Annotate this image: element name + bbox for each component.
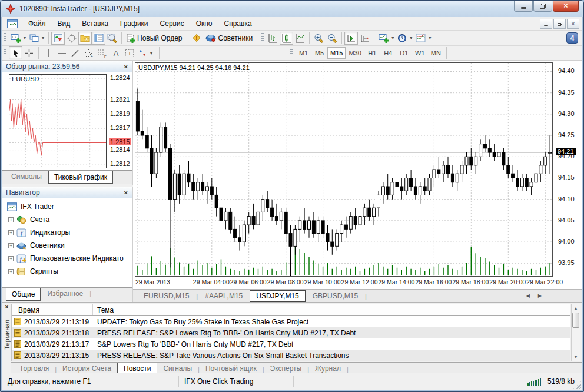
arrow-objects-button[interactable]: ▾: [136, 46, 154, 59]
expand-icon[interactable]: +: [8, 217, 14, 222]
expand-icon[interactable]: +: [8, 269, 14, 274]
toolbar-grip[interactable]: [4, 33, 6, 44]
tab-favorites[interactable]: Избранное: [42, 288, 88, 299]
candlestick-chart-button[interactable]: [280, 32, 293, 45]
navigator-toggle-button[interactable]: [78, 32, 92, 45]
zoom-out-button[interactable]: [326, 32, 339, 45]
new-chart-button[interactable]: ▾: [9, 32, 28, 45]
text-tool-button[interactable]: A: [109, 46, 122, 59]
line-chart-button[interactable]: [293, 32, 307, 45]
new-order-button[interactable]: Новый Ордер: [124, 32, 184, 45]
expand-icon[interactable]: +: [8, 243, 14, 248]
timeframe-h4-button[interactable]: H4: [380, 47, 396, 59]
text-label-tool-button[interactable]: T: [122, 46, 136, 59]
strategy-tester-button[interactable]: [105, 32, 119, 45]
tick-chart-plot[interactable]: EURUSD: [9, 74, 107, 168]
crosshair-window-button[interactable]: [65, 32, 78, 45]
child-restore-button[interactable]: [553, 19, 566, 29]
close-icon[interactable]: ×: [123, 189, 129, 196]
price-axis[interactable]: 94.4094.3594.3094.2594.2094.1594.1094.05…: [555, 62, 582, 277]
notifications-button[interactable]: 4: [566, 32, 578, 44]
main-chart-plot[interactable]: [135, 62, 553, 277]
zoom-in-button[interactable]: [312, 32, 326, 45]
tab-trade[interactable]: Торговля: [15, 363, 54, 373]
auto-scroll-button[interactable]: [344, 32, 358, 45]
scroll-down-icon[interactable]: ▼: [574, 355, 578, 361]
minimize-button[interactable]: [514, 1, 533, 12]
column-topic[interactable]: Тема: [93, 306, 114, 314]
templates-button[interactable]: ▾: [414, 32, 433, 45]
news-row[interactable]: 2013/03/29 21:13:18 PRESS RELEASE: S&P L…: [12, 327, 570, 338]
tree-item-custom-indicators[interactable]: + f Пользовательские Индикато: [2, 252, 132, 265]
periods-button[interactable]: ▾: [396, 32, 414, 45]
tab-tick-chart[interactable]: Тиковый график: [48, 171, 113, 184]
timeframe-w1-button[interactable]: W1: [412, 47, 428, 59]
scrollbar-thumb[interactable]: [572, 313, 579, 328]
timeframe-m5-button[interactable]: M5: [311, 47, 327, 59]
tab-common[interactable]: Общие: [6, 288, 41, 301]
menu-tools[interactable]: Сервис: [154, 18, 190, 29]
timeframe-mn-button[interactable]: MN: [428, 47, 444, 59]
child-close-button[interactable]: ×: [567, 19, 579, 29]
restore-button[interactable]: [533, 1, 552, 12]
crosshair-tool-button[interactable]: [22, 46, 36, 59]
time-axis[interactable]: 29 Mar 201329 Mar 04:0029 Mar 06:0029 Ma…: [135, 278, 553, 287]
tab-signals[interactable]: Сигналы: [158, 363, 197, 373]
fibonacci-tool-button[interactable]: F: [95, 46, 109, 59]
news-row[interactable]: 2013/03/29 21:13:19 UPDATE: Tokyo Gas To…: [12, 316, 570, 327]
tab-journal[interactable]: Журнал: [310, 363, 346, 373]
menu-help[interactable]: Справка: [218, 18, 258, 29]
expert-advisors-button[interactable]: Советники: [204, 32, 255, 45]
tab-scroll-left-icon[interactable]: ◀: [526, 293, 530, 298]
menu-view[interactable]: Вид: [52, 18, 77, 29]
tick-chart[interactable]: EURUSD 1.28241.28211.28191.28171.28151.2…: [2, 72, 132, 170]
timeframe-d1-button[interactable]: D1: [396, 47, 412, 59]
one-click-trading-toggle[interactable]: IFX One Click Trading: [184, 377, 253, 386]
timeframe-h1-button[interactable]: H1: [364, 47, 380, 59]
candlestick-canvas[interactable]: [135, 63, 552, 276]
terminal-toggle-button[interactable]: [92, 32, 105, 45]
chart-tab-eurusd[interactable]: EURUSD,M15: [138, 291, 195, 301]
expand-icon[interactable]: +: [8, 230, 14, 235]
market-watch-toggle-button[interactable]: [51, 32, 65, 45]
toolbar-grip[interactable]: [4, 48, 6, 58]
cursor-tool-button[interactable]: [9, 46, 22, 59]
tree-item-accounts[interactable]: + Счета: [2, 213, 132, 226]
tab-mailbox[interactable]: Почтовый ящик: [201, 363, 261, 373]
timeframe-m1-button[interactable]: M1: [296, 47, 311, 59]
menu-file[interactable]: Файл: [22, 18, 52, 29]
news-row[interactable]: 2013/03/29 21:13:17 S&P Lowers Rtg To 'B…: [12, 338, 570, 350]
chart-tab-aapl[interactable]: #AAPL,M15: [199, 291, 248, 301]
news-scrollbar[interactable]: ▲ ▼: [571, 304, 580, 361]
child-minimize-button[interactable]: [540, 19, 552, 29]
equidistant-channel-tool-button[interactable]: E: [82, 46, 95, 59]
tab-account-history[interactable]: История Счета: [58, 363, 116, 373]
menu-window[interactable]: Окно: [190, 18, 218, 29]
menu-insert[interactable]: Вставка: [76, 18, 114, 29]
scroll-up-icon[interactable]: ▲: [574, 304, 578, 310]
expand-icon[interactable]: +: [8, 256, 14, 261]
close-icon[interactable]: ×: [123, 63, 129, 70]
tab-symbols[interactable]: Символы: [6, 171, 47, 182]
chart-shift-button[interactable]: [358, 32, 371, 45]
tab-scroll-right-icon[interactable]: ▶: [538, 293, 542, 298]
chart-tab-gbpusd[interactable]: GBPUSD,M15: [307, 291, 364, 301]
horizontal-line-tool-button[interactable]: [55, 46, 68, 59]
tree-item-experts[interactable]: + Советники: [2, 239, 132, 252]
alerts-button[interactable]: !: [190, 32, 204, 45]
vertical-line-tool-button[interactable]: [41, 46, 55, 59]
close-icon[interactable]: ×: [5, 303, 9, 311]
close-button[interactable]: ×: [553, 1, 579, 12]
toolbar-grip[interactable]: [261, 33, 264, 44]
bar-chart-button[interactable]: [266, 32, 280, 45]
news-row[interactable]: 2013/03/29 21:13:15 PRESS RELEASE: S&P T…: [12, 350, 570, 361]
column-time[interactable]: Время: [12, 304, 93, 315]
tree-item-scripts[interactable]: + Скрипты: [2, 265, 132, 278]
profiles-button[interactable]: ▾: [28, 32, 46, 45]
trendline-tool-button[interactable]: [68, 46, 82, 59]
indicators-button[interactable]: ▾: [377, 32, 396, 45]
tab-experts[interactable]: Эксперты: [266, 363, 307, 373]
tree-item-account[interactable]: IFX Trader: [2, 200, 132, 213]
tree-item-indicators[interactable]: + f Индикаторы: [2, 226, 132, 239]
timeframe-m15-button[interactable]: M15: [327, 47, 346, 59]
